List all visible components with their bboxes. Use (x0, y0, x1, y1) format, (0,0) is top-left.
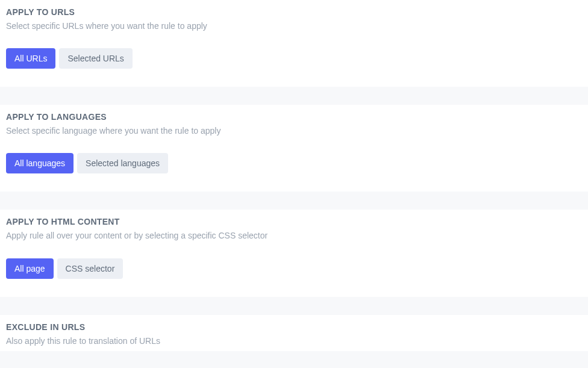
url-toggle-group: All URLs Selected URLs (6, 48, 133, 69)
css-selector-button[interactable]: CSS selector (57, 258, 124, 279)
all-urls-button[interactable]: All URLs (6, 48, 55, 69)
html-content-toggle-group: All page CSS selector (6, 258, 123, 279)
section-title-languages: APPLY TO LANGUAGES (6, 112, 582, 122)
section-apply-to-html-content: APPLY TO HTML CONTENT Apply rule all ove… (0, 210, 588, 296)
section-apply-to-urls: APPLY TO URLS Select specific URLs where… (0, 0, 588, 87)
section-title-exclude-urls: EXCLUDE IN URLS (6, 322, 582, 332)
section-description-urls: Select specific URLs where you want the … (6, 20, 582, 31)
language-toggle-group: All languages Selected languages (6, 153, 168, 173)
section-description-exclude-urls: Also apply this rule to translation of U… (6, 335, 582, 346)
section-title-urls: APPLY TO URLS (6, 7, 582, 17)
section-title-html-content: APPLY TO HTML CONTENT (6, 217, 582, 226)
all-languages-button[interactable]: All languages (6, 153, 74, 173)
selected-urls-button[interactable]: Selected URLs (59, 48, 132, 69)
section-description-languages: Select specific language where you want … (6, 125, 582, 136)
section-description-html-content: Apply rule all over your content or by s… (6, 230, 582, 241)
selected-languages-button[interactable]: Selected languages (77, 153, 168, 173)
section-exclude-in-urls: EXCLUDE IN URLS Also apply this rule to … (0, 315, 588, 351)
section-apply-to-languages: APPLY TO LANGUAGES Select specific langu… (0, 105, 588, 192)
all-page-button[interactable]: All page (6, 258, 54, 279)
